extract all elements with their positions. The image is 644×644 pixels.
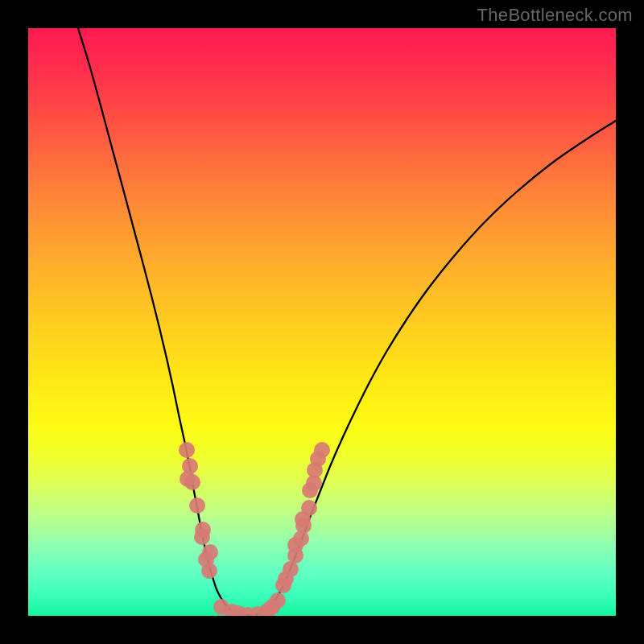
chart-frame: TheBottleneck.com [0, 0, 644, 644]
watermark-text: TheBottleneck.com [477, 5, 633, 26]
plot-area [28, 28, 616, 616]
gradient-background [28, 28, 616, 616]
